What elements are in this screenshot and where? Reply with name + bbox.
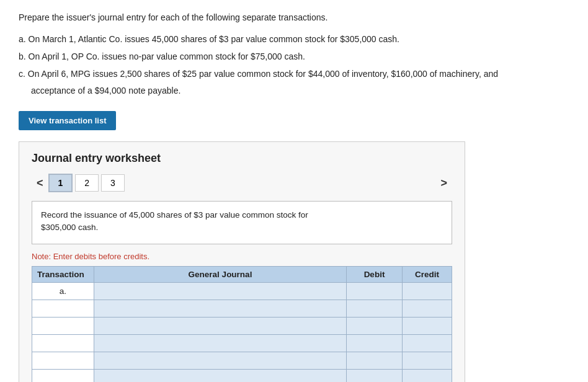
table-row-debit-input[interactable]	[347, 335, 403, 352]
table-row-transaction: a.	[32, 283, 94, 300]
credit-input-1[interactable]	[406, 304, 448, 313]
transaction-c-line2: acceptance of a $94,000 note payable.	[19, 84, 569, 99]
credit-input-5[interactable]	[406, 373, 448, 382]
tab-2-button[interactable]: 2	[75, 174, 99, 192]
tab-prev-button[interactable]: <	[32, 174, 48, 192]
journal-input-5[interactable]	[98, 373, 342, 382]
table-row-transaction	[32, 318, 94, 335]
table-row-debit-input[interactable]	[347, 300, 403, 318]
debit-input-4[interactable]	[350, 356, 398, 365]
th-general-journal: General Journal	[94, 267, 347, 283]
note-text: Note: Enter debits before credits.	[32, 252, 452, 261]
debit-input-1[interactable]	[350, 304, 398, 313]
table-row-debit-input[interactable]	[347, 370, 403, 382]
th-transaction: Transaction	[32, 267, 94, 283]
table-row-credit-input[interactable]	[403, 300, 452, 318]
table-row-credit-input[interactable]	[403, 283, 452, 300]
table-row-credit-input[interactable]	[403, 335, 452, 352]
table-row-journal-input[interactable]	[94, 300, 347, 318]
journal-input-2[interactable]	[98, 321, 342, 331]
table-row-debit-input[interactable]	[347, 352, 403, 370]
view-transaction-list-button[interactable]: View transaction list	[19, 111, 116, 130]
credit-input-3[interactable]	[406, 339, 448, 348]
th-debit: Debit	[347, 267, 403, 283]
table-row-transaction	[32, 352, 94, 370]
tab-row: < 1 2 3 >	[32, 174, 452, 192]
table-row-journal-input[interactable]	[94, 318, 347, 335]
journal-input-1[interactable]	[98, 304, 342, 313]
worksheet-title: Journal entry worksheet	[32, 152, 452, 165]
transaction-c-line1: c. On April 6, MPG issues 2,500 shares o…	[19, 67, 569, 82]
debit-input-2[interactable]	[350, 321, 398, 331]
transaction-b: b. On April 1, OP Co. issues no-par valu…	[19, 50, 569, 64]
table-row-journal-input[interactable]	[94, 335, 347, 352]
tab-3-button[interactable]: 3	[101, 174, 125, 192]
record-text-line2: $305,000 cash.	[41, 223, 98, 232]
table-row-credit-input[interactable]	[403, 352, 452, 370]
table-row-journal-input[interactable]	[94, 370, 347, 382]
debit-input-3[interactable]	[350, 339, 398, 348]
table-row-credit-input[interactable]	[403, 370, 452, 382]
record-text-line1: Record the issuance of 45,000 shares of …	[41, 210, 308, 220]
journal-input-3[interactable]	[98, 339, 342, 348]
journal-table: Transaction General Journal Debit Credit…	[32, 266, 452, 382]
table-row-credit-input[interactable]	[403, 318, 452, 335]
journal-input-4[interactable]	[98, 356, 342, 365]
credit-input-0[interactable]	[406, 286, 448, 296]
debit-input-0[interactable]	[350, 286, 398, 296]
th-credit: Credit	[403, 267, 452, 283]
table-row-debit-input[interactable]	[347, 318, 403, 335]
debit-input-5[interactable]	[350, 373, 398, 382]
transaction-a: a. On March 1, Atlantic Co. issues 45,00…	[19, 32, 569, 47]
record-description-box: Record the issuance of 45,000 shares of …	[32, 201, 452, 244]
tab-next-button[interactable]: >	[435, 174, 452, 192]
table-row-journal-input[interactable]	[94, 283, 347, 300]
journal-input-0[interactable]	[98, 286, 342, 296]
table-row-transaction	[32, 300, 94, 318]
transactions-list: a. On March 1, Atlantic Co. issues 45,00…	[19, 32, 569, 99]
table-row-transaction	[32, 335, 94, 352]
table-row-journal-input[interactable]	[94, 352, 347, 370]
intro-text: Prepare the issuer's journal entry for e…	[19, 12, 569, 22]
tab-1-button[interactable]: 1	[48, 174, 73, 192]
table-row-debit-input[interactable]	[347, 283, 403, 300]
credit-input-2[interactable]	[406, 321, 448, 331]
worksheet-container: Journal entry worksheet < 1 2 3 > Record…	[19, 141, 465, 382]
table-row-transaction	[32, 370, 94, 382]
credit-input-4[interactable]	[406, 356, 448, 365]
